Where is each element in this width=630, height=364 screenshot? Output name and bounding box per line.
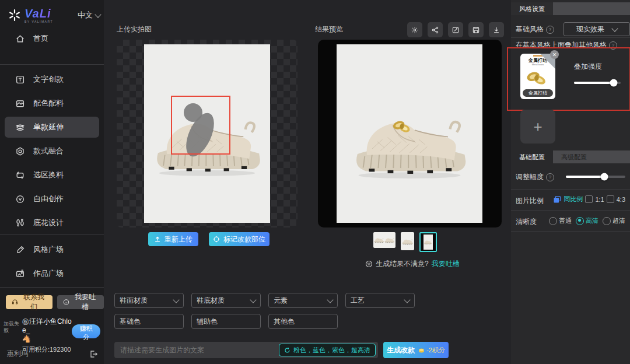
sidebar-item-home[interactable]: 首页 xyxy=(5,28,99,49)
language-selector[interactable]: 中文 xyxy=(78,10,100,20)
sidebar-item-label: 款式融合 xyxy=(33,146,64,156)
clarity-hd-radio[interactable] xyxy=(576,217,584,225)
select-label: 鞋面材质 xyxy=(120,296,148,306)
upload-preview-panel[interactable] xyxy=(117,40,298,228)
prompt-tags-text: 粉色，蓝色，紫色，超高清 xyxy=(293,346,370,355)
edit-doc-icon[interactable] xyxy=(448,22,463,37)
help-icon[interactable]: ? xyxy=(546,26,554,34)
thumbnail-3-selected[interactable] xyxy=(419,232,437,252)
settings-icon[interactable] xyxy=(407,22,422,37)
feedback-button[interactable]: 我要吐槽 xyxy=(57,295,104,309)
tab-advanced-config[interactable]: 高级配置 xyxy=(553,150,595,163)
generate-button[interactable]: 生成改款 -2积分 xyxy=(383,342,449,358)
adjust-row: 调整幅度? xyxy=(516,170,625,183)
sidebar-item-label: 选区换料 xyxy=(33,170,64,180)
base-style-label: 基础风格? xyxy=(516,24,554,34)
overlay-strength-label: 叠加强度 xyxy=(574,62,602,72)
base-style-select[interactable]: 现实效果 xyxy=(564,22,630,36)
sidebar-divider xyxy=(0,235,104,235)
select-label: 鞋底材质 xyxy=(197,296,225,306)
thumbnail-1[interactable] xyxy=(373,232,396,248)
select-label: 工艺 xyxy=(351,296,365,306)
contact-us-button[interactable]: 联系我们 xyxy=(6,295,52,309)
help-icon[interactable]: ? xyxy=(546,173,554,181)
sidebar-item-text-create[interactable]: 文字创款 xyxy=(5,69,99,90)
sidebar-item-sole-design[interactable]: 底花设计 xyxy=(5,212,99,233)
reupload-button[interactable]: 重新上传 xyxy=(148,232,198,246)
sad-face-icon xyxy=(63,299,69,306)
sidebar-item-single-extend[interactable]: 单款延伸 xyxy=(5,117,99,138)
overlay-strength-slider[interactable] xyxy=(574,82,621,84)
style-card-tag: 金属打结 xyxy=(523,89,553,97)
sidebar-item-label: 配色配料 xyxy=(33,98,64,108)
result-thumbnails xyxy=(373,232,437,252)
clarity-normal-radio[interactable] xyxy=(549,217,557,225)
same-ratio-icon xyxy=(553,195,561,204)
sidebar-item-style-plaza[interactable]: 风格广场 xyxy=(5,239,99,260)
slider-thumb[interactable] xyxy=(601,173,608,181)
prompt-tags-pill[interactable]: 粉色，蓝色，紫色，超高清 xyxy=(279,344,376,356)
unhappy-text: 生成结果不满意? xyxy=(376,259,429,269)
unhappy-row: 生成结果不满意? 我要吐槽 xyxy=(365,259,460,269)
language-label: 中文 xyxy=(78,10,93,20)
assist-color-field[interactable]: 辅助色 xyxy=(191,314,261,329)
brush-icon xyxy=(15,245,25,255)
sidebar-item-label: 底花设计 xyxy=(33,218,64,228)
download-icon[interactable] xyxy=(489,22,504,37)
palette-icon xyxy=(15,99,25,108)
sidebar-item-works-plaza[interactable]: 作品广场 xyxy=(5,263,99,284)
logout-icon[interactable] xyxy=(89,349,98,359)
sidebar-item-region-swap[interactable]: 选区换料 xyxy=(5,164,99,186)
same-ratio-link[interactable]: 同比例 xyxy=(564,195,583,204)
result-preview-panel[interactable] xyxy=(318,40,502,228)
tab-style-settings[interactable]: 风格设置 xyxy=(511,2,553,15)
upper-material-select[interactable]: 鞋面材质 xyxy=(114,293,184,308)
contact-us-label: 联系我们 xyxy=(21,292,47,312)
slider-fill xyxy=(574,82,614,84)
share-icon[interactable] xyxy=(428,22,443,37)
clarity-uhd-radio[interactable] xyxy=(603,217,611,225)
sad-face-icon xyxy=(365,260,373,268)
panel-divider xyxy=(511,231,630,232)
close-icon[interactable]: ✕ xyxy=(550,50,559,59)
generate-cost: -2积分 xyxy=(418,346,445,355)
field-label: 辅助色 xyxy=(197,317,218,327)
prompt-input-wrap: 粉色，蓝色，紫色，超高清 xyxy=(114,342,378,358)
mark-region-button[interactable]: 标记改款部位 xyxy=(209,232,270,246)
feedback-link[interactable]: 我要吐槽 xyxy=(432,259,460,269)
sidebar-item-color-material[interactable]: 配色配料 xyxy=(5,93,99,114)
slider-thumb[interactable] xyxy=(610,79,618,87)
ratio-4-3-checkbox[interactable] xyxy=(607,195,614,203)
sidebar-item-free-create[interactable]: 自由创作 xyxy=(5,188,99,209)
field-label: 基础色 xyxy=(120,317,141,327)
uploaded-shoe-photo xyxy=(144,44,270,223)
sidebar-item-label: 首页 xyxy=(33,33,48,44)
adjust-slider[interactable] xyxy=(566,176,625,178)
sole-material-select[interactable]: 鞋底材质 xyxy=(191,293,261,308)
ratio-1-1-checkbox[interactable] xyxy=(585,195,593,203)
thumbnail-2[interactable] xyxy=(401,232,414,250)
other-color-field[interactable]: 其他色 xyxy=(268,314,338,329)
free-create-icon xyxy=(15,194,25,204)
material-filter-row: 鞋面材质 鞋底材质 元素 工艺 xyxy=(114,293,415,308)
reupload-label: 重新上传 xyxy=(164,235,192,244)
element-select[interactable]: 元素 xyxy=(268,293,338,308)
panel-divider xyxy=(511,37,630,38)
chevron-down-icon xyxy=(611,25,618,32)
earn-points-button[interactable]: 赚积分 xyxy=(72,324,100,338)
avatar: 加载失败 xyxy=(4,317,20,341)
swap-region-icon xyxy=(15,170,25,180)
sidebar-item-style-fusion[interactable]: 款式融合 xyxy=(5,141,99,162)
save-icon[interactable] xyxy=(468,22,484,37)
add-style-button[interactable]: + xyxy=(520,110,555,144)
chevron-down-icon xyxy=(404,296,410,303)
tab-basic-config[interactable]: 基础配置 xyxy=(511,150,553,163)
upload-panel-label: 上传实拍图 xyxy=(117,24,152,34)
base-color-field[interactable]: 基础色 xyxy=(114,314,184,329)
brand-snowflake-icon xyxy=(6,6,23,24)
panel-tabbar: 风格设置 xyxy=(511,2,630,15)
clarity-hd-label: 高清 xyxy=(586,216,598,225)
sidebar-footer: 惠利玛 xyxy=(7,349,98,359)
craft-select[interactable]: 工艺 xyxy=(345,293,415,308)
style-card-metal-knot[interactable]: ✕ 金属打结 Metal knots 金属打结 xyxy=(520,54,555,99)
